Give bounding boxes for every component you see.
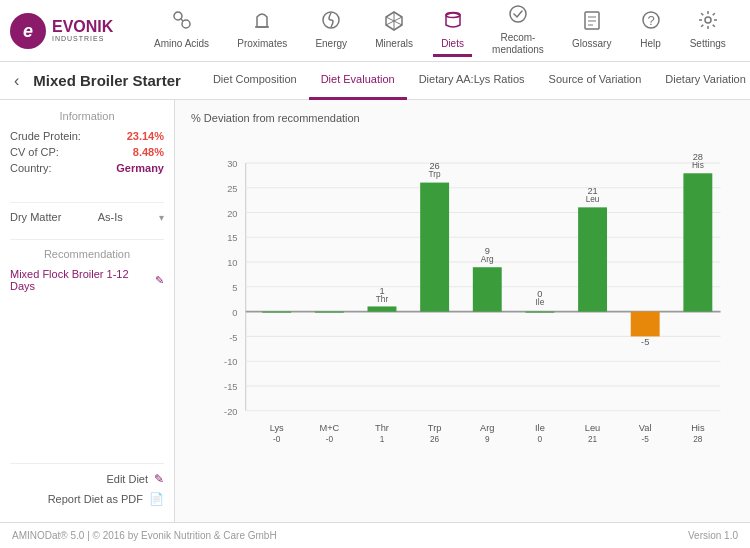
nav-items: Amino Acids Proximates Energy <box>140 0 740 63</box>
svg-point-12 <box>510 6 526 22</box>
svg-text:Arg: Arg <box>480 423 494 433</box>
tab-diet-composition[interactable]: Diet Composition <box>201 62 309 100</box>
svg-text:5: 5 <box>232 283 237 293</box>
svg-text:His: His <box>692 161 704 170</box>
svg-text:-5: -5 <box>642 435 650 444</box>
svg-text:Leu: Leu <box>585 423 601 433</box>
dropdown-arrow-icon: ▾ <box>159 212 164 223</box>
nav-proximates[interactable]: Proximates <box>229 5 295 57</box>
nav-recommendations-label: Recom-mendations <box>492 32 544 56</box>
svg-text:25: 25 <box>227 184 237 194</box>
edit-diet-icon: ✎ <box>154 472 164 486</box>
svg-text:10: 10 <box>227 258 237 268</box>
cv-cp-label: CV of CP: <box>10 146 59 158</box>
tab-dietary-variation[interactable]: Dietary Variation <box>653 62 750 100</box>
svg-text:Lys: Lys <box>270 423 284 433</box>
footer-version: Version 1.0 <box>688 530 738 541</box>
bar-trp <box>420 183 449 312</box>
chart-title: % Deviation from recommendation <box>191 112 734 124</box>
nav-settings[interactable]: Settings <box>682 5 734 57</box>
svg-text:1: 1 <box>380 435 385 444</box>
report-diet-link[interactable]: Report Diet as PDF 📄 <box>10 492 164 506</box>
svg-point-3 <box>182 20 190 28</box>
minerals-icon <box>383 9 405 36</box>
svg-text:0: 0 <box>538 435 543 444</box>
recommendation-title: Recommendation <box>10 248 164 260</box>
dry-matter-value: As-Is <box>98 211 123 223</box>
nav-minerals-label: Minerals <box>375 38 413 50</box>
chart-container: 30 25 20 15 10 5 0 -5 -10 -15 -20 Lys -0 <box>191 132 734 452</box>
tab-dietary-aa-lys[interactable]: Dietary AA:Lys Ratios <box>407 62 537 100</box>
svg-point-2 <box>174 12 182 20</box>
report-diet-label: Report Diet as PDF <box>48 493 143 505</box>
svg-text:9: 9 <box>485 435 490 444</box>
svg-point-19 <box>705 17 711 23</box>
svg-text:20: 20 <box>227 209 237 219</box>
second-row: ‹ Mixed Broiler Starter Diet Composition… <box>0 62 750 100</box>
edit-diet-link[interactable]: Edit Diet ✎ <box>10 472 164 486</box>
recommendation-section: Recommendation Mixed Flock Broiler 1-12 … <box>10 248 164 292</box>
svg-text:-5: -5 <box>641 337 649 347</box>
svg-text:Ile: Ile <box>536 298 545 307</box>
diets-icon <box>442 9 464 36</box>
logo-icon: e <box>10 13 46 49</box>
bar-ile <box>525 312 554 313</box>
svg-text:-0: -0 <box>326 435 334 444</box>
proximates-icon <box>251 9 273 36</box>
country-row: Country: Germany <box>10 162 164 174</box>
svg-text:?: ? <box>647 13 654 28</box>
nav-amino-acids[interactable]: Amino Acids <box>146 5 217 57</box>
cv-cp-row: CV of CP: 8.48% <box>10 146 164 158</box>
amino-acids-icon <box>171 9 193 36</box>
nav-help-label: Help <box>640 38 661 50</box>
nav-recommendations[interactable]: Recom-mendations <box>484 0 552 63</box>
svg-text:-20: -20 <box>224 407 237 417</box>
edit-recommendation-icon: ✎ <box>155 274 164 287</box>
svg-text:-5: -5 <box>229 333 237 343</box>
svg-text:21: 21 <box>587 186 597 196</box>
svg-text:His: His <box>691 423 705 433</box>
nav-minerals[interactable]: Minerals <box>367 5 421 57</box>
recommendation-link[interactable]: Mixed Flock Broiler 1-12 Days ✎ <box>10 268 164 292</box>
nav-diets[interactable]: Diets <box>433 5 472 57</box>
svg-text:21: 21 <box>588 435 598 444</box>
cv-cp-value: 8.48% <box>133 146 164 158</box>
nav-help[interactable]: ? Help <box>632 5 670 57</box>
nav-glossary[interactable]: Glossary <box>564 5 619 57</box>
top-nav: e EVONIK INDUSTRIES Amino Acids <box>0 0 750 62</box>
recommendations-icon <box>507 3 529 30</box>
info-section: Information Crude Protein: 23.14% CV of … <box>10 110 164 178</box>
back-button[interactable]: ‹ <box>10 68 23 94</box>
svg-text:Leu: Leu <box>586 195 600 204</box>
bar-his <box>683 173 712 311</box>
divider-2 <box>10 239 164 240</box>
svg-text:30: 30 <box>227 159 237 169</box>
svg-text:15: 15 <box>227 233 237 243</box>
nav-energy[interactable]: Energy <box>307 5 355 57</box>
nav-amino-acids-label: Amino Acids <box>154 38 209 50</box>
svg-text:1: 1 <box>379 286 384 296</box>
footer-left: AMINODat® 5.0 | © 2016 by Evonik Nutriti… <box>12 530 277 541</box>
tab-source-variation[interactable]: Source of Variation <box>537 62 654 100</box>
svg-text:M+C: M+C <box>319 423 339 433</box>
bar-lys <box>262 312 291 313</box>
svg-text:Trp: Trp <box>428 423 442 433</box>
energy-icon <box>320 9 342 36</box>
nav-energy-label: Energy <box>315 38 347 50</box>
svg-text:28: 28 <box>693 152 703 162</box>
svg-text:Val: Val <box>639 423 652 433</box>
logo-name: EVONIK <box>52 19 113 35</box>
bar-leu <box>578 207 607 311</box>
nav-diets-label: Diets <box>441 38 464 50</box>
nav-glossary-label: Glossary <box>572 38 611 50</box>
crude-protein-row: Crude Protein: 23.14% <box>10 130 164 142</box>
country-value: Germany <box>116 162 164 174</box>
svg-text:Thr: Thr <box>376 295 389 304</box>
svg-text:28: 28 <box>693 435 703 444</box>
main-content: Information Crude Protein: 23.14% CV of … <box>0 100 750 522</box>
svg-text:9: 9 <box>485 246 490 256</box>
tab-diet-evaluation[interactable]: Diet Evaluation <box>309 62 407 100</box>
dry-matter-row[interactable]: Dry Matter As-Is ▾ <box>10 211 164 223</box>
nav-settings-label: Settings <box>690 38 726 50</box>
divider-3 <box>10 463 164 464</box>
